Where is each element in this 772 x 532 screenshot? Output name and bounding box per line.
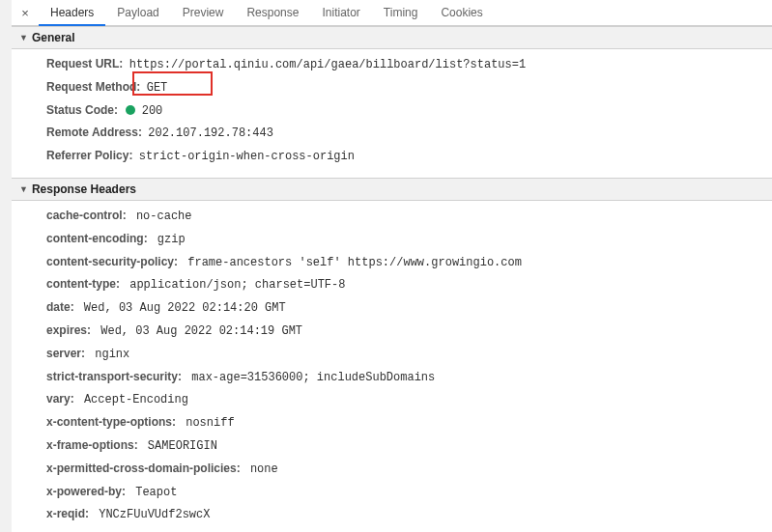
response-header-key: strict-transport-security:	[46, 370, 182, 383]
section-response-headers-title: Response Headers	[32, 182, 136, 196]
key-request-method: Request Method:	[46, 80, 140, 94]
tab-initiator[interactable]: Initiator	[310, 0, 371, 25]
response-header-key: content-encoding:	[46, 232, 148, 245]
left-gutter	[0, 0, 12, 532]
response-header-row: content-type: application/json; charset=…	[12, 273, 772, 296]
val-status-code: 200	[142, 104, 163, 118]
response-header-key: content-security-policy:	[46, 255, 178, 268]
tab-headers[interactable]: Headers	[39, 1, 105, 26]
response-header-row: x-reqid: YNCzFUuVUdf2swcX	[12, 503, 772, 526]
tab-cookies[interactable]: Cookies	[429, 0, 494, 25]
chevron-down-icon: ▼	[19, 184, 28, 194]
response-header-row: date: Wed, 03 Aug 2022 02:14:20 GMT	[12, 296, 772, 320]
tabs-bar: × Headers Payload Preview Response Initi…	[12, 0, 772, 26]
response-header-key: x-content-type-options:	[46, 415, 176, 429]
response-header-row: content-encoding: gzip	[12, 228, 772, 251]
response-header-row: expires: Wed, 03 Aug 2022 02:14:19 GMT	[12, 320, 772, 343]
response-header-row: x-permitted-cross-domain-policies: none	[12, 458, 772, 481]
response-header-row: server: nginx	[12, 343, 772, 366]
response-header-value: nosniff	[179, 416, 235, 430]
response-header-key: x-reqid:	[46, 507, 89, 520]
section-general-title: General	[32, 31, 75, 44]
val-referrer-policy: strict-origin-when-cross-origin	[139, 150, 355, 163]
response-header-value: Teapot	[129, 486, 177, 499]
section-general-body: Request URL: https://portal.qiniu.com/ap…	[12, 49, 772, 178]
key-request-url: Request URL:	[46, 57, 123, 70]
response-header-value: YNCzFUuVUdf2swcX	[92, 508, 210, 521]
response-header-value: no-cache	[129, 210, 192, 223]
tab-timing[interactable]: Timing	[372, 0, 430, 25]
section-response-headers-header[interactable]: ▼ Response Headers	[12, 178, 772, 201]
response-header-value: application/json; charset=UTF-8	[123, 278, 345, 292]
response-header-row: strict-transport-security: max-age=31536…	[12, 366, 772, 389]
key-remote-address: Remote Address:	[46, 126, 142, 139]
response-header-key: vary:	[46, 392, 74, 406]
key-status-code: Status Code:	[46, 103, 118, 117]
response-header-value: frame-ancestors 'self' https://www.growi…	[181, 256, 522, 269]
response-header-key: expires:	[46, 323, 91, 337]
response-header-row: x-response-time: 46.632ms	[12, 526, 772, 532]
val-request-url: https://portal.qiniu.com/api/gaea/billbo…	[129, 58, 526, 71]
response-header-row: cache-control: no-cache	[12, 205, 772, 228]
response-header-key: x-permitted-cross-domain-policies:	[46, 462, 241, 475]
row-status-code: Status Code: 200	[12, 99, 772, 123]
scroll-area[interactable]: ▼ General Request URL: https://portal.qi…	[12, 26, 772, 532]
close-icon[interactable]: ×	[17, 5, 33, 20]
response-header-key: date:	[46, 300, 74, 314]
response-header-value: max-age=31536000; includeSubDomains	[185, 371, 435, 384]
response-header-key: cache-control:	[46, 209, 127, 222]
key-referrer-policy: Referrer Policy:	[46, 149, 132, 162]
response-header-value: Accept-Encoding	[77, 393, 188, 406]
response-header-row: x-content-type-options: nosniff	[12, 411, 772, 434]
devtools-panel: × Headers Payload Preview Response Initi…	[12, 0, 772, 532]
status-dot-icon	[126, 105, 135, 115]
response-header-value: none	[243, 462, 278, 476]
row-request-method: Request Method: GET	[12, 76, 772, 99]
tab-response[interactable]: Response	[235, 0, 310, 25]
response-header-row: content-security-policy: frame-ancestors…	[12, 251, 772, 274]
response-header-key: content-type:	[46, 277, 120, 291]
response-header-key: server:	[46, 347, 85, 360]
tab-preview[interactable]: Preview	[171, 0, 236, 25]
response-header-value: nginx	[88, 348, 129, 361]
response-header-row: x-frame-options: SAMEORIGIN	[12, 434, 772, 458]
response-header-value: gzip	[151, 233, 186, 246]
val-request-method: GET	[147, 81, 168, 95]
row-remote-address: Remote Address: 202.107.192.78:443	[12, 122, 772, 145]
response-header-row: x-powered-by: Teapot	[12, 481, 772, 504]
response-header-value: Wed, 03 Aug 2022 02:14:20 GMT	[77, 301, 286, 315]
response-header-key: x-powered-by:	[46, 485, 126, 498]
section-response-headers-body: cache-control: no-cachecontent-encoding:…	[12, 201, 772, 532]
response-header-value: SAMEORIGIN	[141, 439, 217, 453]
section-general-header[interactable]: ▼ General	[12, 26, 772, 49]
tab-payload[interactable]: Payload	[105, 0, 170, 25]
response-header-value: Wed, 03 Aug 2022 02:14:19 GMT	[94, 324, 302, 338]
row-referrer-policy: Referrer Policy: strict-origin-when-cros…	[12, 145, 772, 168]
val-remote-address: 202.107.192.78:443	[148, 126, 273, 140]
row-request-url: Request URL: https://portal.qiniu.com/ap…	[12, 53, 772, 76]
response-header-key: x-frame-options:	[46, 438, 138, 452]
chevron-down-icon: ▼	[19, 33, 28, 42]
response-header-row: vary: Accept-Encoding	[12, 388, 772, 411]
